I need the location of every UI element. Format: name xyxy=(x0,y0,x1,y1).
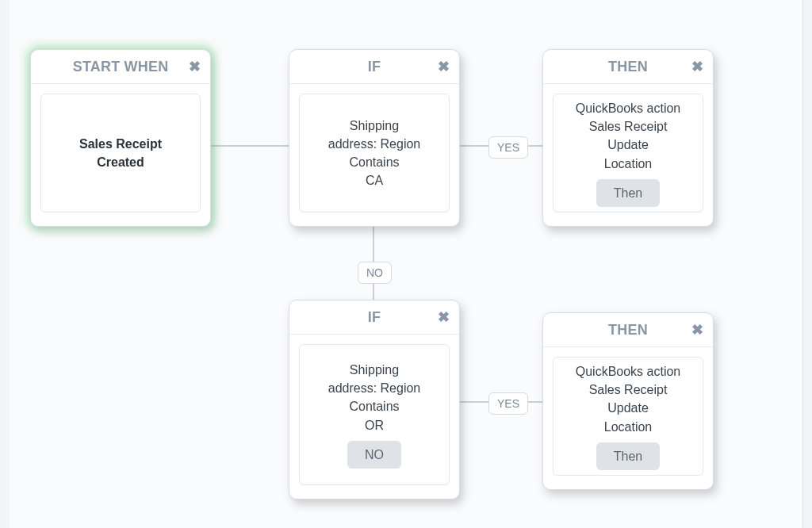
node-body-wrap: QuickBooks action Sales Receipt Update L… xyxy=(543,84,713,222)
node-title: IF xyxy=(368,309,381,325)
node-body-wrap: Shipping address: Region Contains CA xyxy=(289,84,459,222)
body-line: QuickBooks action xyxy=(571,99,686,117)
node-header: THEN ✖ xyxy=(543,50,713,84)
edge-label-yes: YES xyxy=(488,136,528,159)
node-body[interactable]: Shipping address: Region Contains CA xyxy=(299,94,450,212)
node-title: THEN xyxy=(608,59,648,75)
node-title: THEN xyxy=(608,322,648,338)
node-header: IF ✖ xyxy=(289,300,459,335)
then-pill[interactable]: Then xyxy=(596,179,660,207)
action-node[interactable]: THEN ✖ QuickBooks action Sales Receipt U… xyxy=(542,312,714,490)
node-body-wrap: QuickBooks action Sales Receipt Update L… xyxy=(543,347,713,485)
then-pill[interactable]: Then xyxy=(596,442,660,470)
node-header: THEN ✖ xyxy=(543,313,713,347)
node-body[interactable]: Sales Receipt Created xyxy=(40,94,201,212)
close-icon[interactable]: ✖ xyxy=(691,313,703,346)
body-line: Location xyxy=(599,418,657,436)
close-icon[interactable]: ✖ xyxy=(438,300,450,334)
body-line: Sales Receipt xyxy=(584,381,672,399)
node-body[interactable]: QuickBooks action Sales Receipt Update L… xyxy=(553,94,703,212)
node-header: START WHEN ✖ xyxy=(31,50,210,84)
action-node[interactable]: THEN ✖ QuickBooks action Sales Receipt U… xyxy=(542,49,714,227)
body-line: Contains xyxy=(344,397,404,415)
close-icon[interactable]: ✖ xyxy=(189,50,201,83)
no-pill[interactable]: NO xyxy=(347,441,401,469)
condition-node[interactable]: IF ✖ Shipping address: Region Contains C… xyxy=(289,49,460,227)
node-body[interactable]: Shipping address: Region Contains OR NO xyxy=(299,344,450,485)
body-line: CA xyxy=(361,171,388,189)
body-line: Shipping xyxy=(345,361,404,379)
node-body-wrap: Shipping address: Region Contains OR NO xyxy=(289,335,459,495)
body-line: Sales Receipt xyxy=(584,117,672,136)
node-title: IF xyxy=(368,59,381,75)
node-body[interactable]: QuickBooks action Sales Receipt Update L… xyxy=(553,357,703,476)
body-line: Shipping xyxy=(345,117,404,135)
body-line: address: Region xyxy=(324,135,426,153)
body-line: Update xyxy=(603,399,653,417)
body-line: Update xyxy=(603,136,653,154)
edge-label-yes: YES xyxy=(488,392,528,415)
edge-label-no: NO xyxy=(358,262,392,284)
body-line: QuickBooks action xyxy=(571,362,686,381)
body-line: address: Region xyxy=(324,379,426,397)
condition-node[interactable]: IF ✖ Shipping address: Region Contains O… xyxy=(289,300,460,499)
node-header: IF ✖ xyxy=(289,50,459,84)
body-line: Contains xyxy=(344,153,404,171)
body-line: Created xyxy=(92,153,149,171)
node-title: START WHEN xyxy=(73,59,169,75)
body-line: OR xyxy=(360,416,389,434)
workflow-canvas[interactable]: START WHEN ✖ Sales Receipt Created IF ✖ … xyxy=(10,0,803,528)
body-line: Location xyxy=(599,155,657,173)
body-line: Sales Receipt xyxy=(75,135,167,153)
trigger-node[interactable]: START WHEN ✖ Sales Receipt Created xyxy=(30,49,211,227)
close-icon[interactable]: ✖ xyxy=(438,50,450,83)
close-icon[interactable]: ✖ xyxy=(691,50,703,83)
node-body-wrap: Sales Receipt Created xyxy=(31,84,210,222)
